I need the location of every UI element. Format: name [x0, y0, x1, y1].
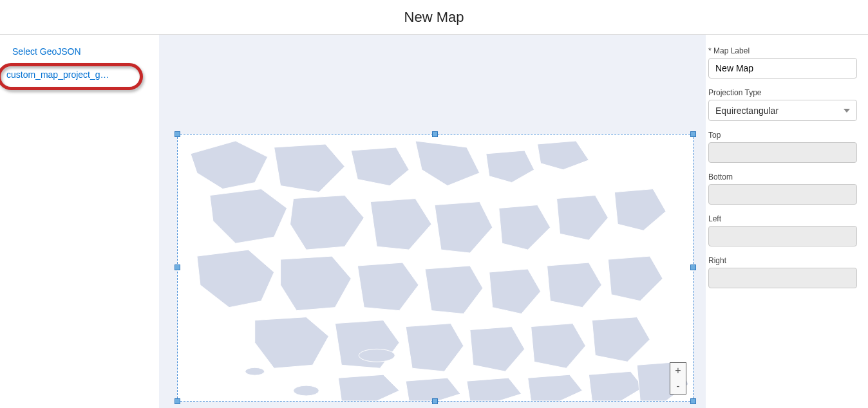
resize-handle-sw[interactable]: [175, 398, 180, 404]
svg-point-2: [245, 367, 265, 375]
svg-point-1: [294, 385, 319, 396]
top-label: Top: [708, 131, 860, 140]
resize-handle-e[interactable]: [690, 264, 696, 270]
right-input[interactable]: [708, 268, 857, 288]
select-geojson-label: Select GeoJSON: [0, 46, 159, 57]
resize-handle-se[interactable]: [690, 398, 696, 404]
left-label: Left: [708, 214, 860, 223]
geojson-item[interactable]: custom_map_project_geoj...: [0, 64, 116, 85]
top-input[interactable]: [708, 142, 857, 163]
bottom-input[interactable]: [708, 184, 857, 205]
projection-type-value: Equirectangular: [715, 106, 778, 116]
map-frame[interactable]: + -: [177, 134, 693, 402]
geojson-item-wrap: custom_map_project_geoj...: [0, 64, 159, 90]
sidebar: Select GeoJSON custom_map_project_geoj..…: [0, 35, 159, 408]
left-input[interactable]: [708, 226, 857, 246]
resize-handle-nw[interactable]: [175, 131, 180, 137]
map-label-input[interactable]: [708, 58, 857, 79]
zoom-control: + -: [670, 362, 686, 394]
projection-type-select[interactable]: Equirectangular: [708, 100, 857, 121]
resize-handle-w[interactable]: [175, 264, 180, 270]
projection-type-label: Projection Type: [708, 88, 860, 97]
resize-handle-ne[interactable]: [690, 131, 696, 137]
resize-handle-n[interactable]: [432, 131, 438, 137]
map-label-label: * Map Label: [708, 46, 860, 55]
chevron-down-icon: [844, 109, 850, 113]
resize-handle-s[interactable]: [432, 398, 438, 404]
right-label: Right: [708, 256, 860, 265]
header: New Map: [0, 0, 868, 35]
svg-point-0: [359, 349, 395, 362]
map-preview: [178, 134, 693, 401]
zoom-out-button[interactable]: -: [670, 378, 686, 394]
page-title: New Map: [404, 9, 464, 26]
main: Select GeoJSON custom_map_project_geoj..…: [0, 35, 868, 408]
bottom-label: Bottom: [708, 172, 860, 181]
map-canvas[interactable]: + -: [159, 35, 706, 408]
zoom-in-button[interactable]: +: [670, 363, 686, 378]
properties-panel: * Map Label Projection Type Equirectangu…: [706, 35, 868, 408]
